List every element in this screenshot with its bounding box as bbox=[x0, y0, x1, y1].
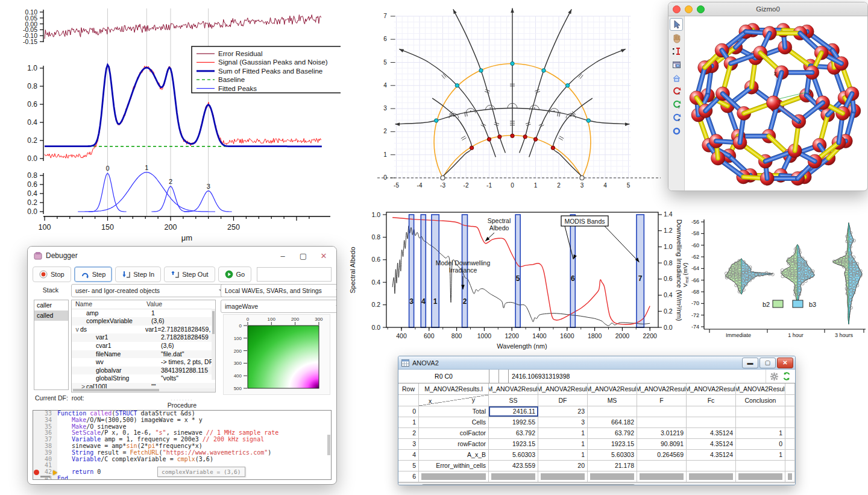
rotate-x-icon[interactable]: x bbox=[670, 86, 682, 97]
anova-cell[interactable]: 21.178 bbox=[588, 461, 637, 471]
go-button[interactable]: Go bbox=[218, 266, 252, 282]
variable-row-cvar1[interactable]: cvar1(3,6) bbox=[72, 342, 215, 350]
anova-cell[interactable]: 0 bbox=[398, 406, 419, 417]
stack-item-called[interactable]: called bbox=[34, 311, 68, 321]
anova-cell[interactable]: rowFactor bbox=[419, 439, 489, 449]
anova-cell[interactable] bbox=[687, 471, 736, 482]
anova-cell[interactable] bbox=[785, 428, 795, 438]
anova-cell[interactable] bbox=[637, 471, 687, 482]
anova-cell[interactable] bbox=[687, 461, 736, 471]
anova-cell[interactable]: M_ANOVA2Results.l bbox=[419, 383, 489, 394]
anova-cell[interactable] bbox=[785, 471, 795, 482]
anova-cell[interactable]: Fc bbox=[687, 395, 736, 406]
anova-cell[interactable] bbox=[785, 450, 795, 460]
formula-mini-cell[interactable] bbox=[489, 370, 499, 383]
anova-cell[interactable] bbox=[785, 395, 795, 406]
anova-cell[interactable] bbox=[637, 461, 687, 471]
anova-cell[interactable]: MS bbox=[588, 395, 637, 406]
code-hscrollbar[interactable] bbox=[40, 476, 50, 478]
anova-cell[interactable]: M_ANOVA2Result bbox=[538, 383, 588, 394]
anova-cell[interactable]: 3 bbox=[398, 439, 419, 449]
anova-cell[interactable] bbox=[785, 461, 795, 471]
anova-cell[interactable]: 423.559 bbox=[489, 461, 538, 471]
code-vscrollbar[interactable] bbox=[327, 435, 330, 455]
anova-cell[interactable]: 20 bbox=[538, 461, 588, 471]
anova-cell[interactable]: xy bbox=[419, 395, 489, 406]
step-button[interactable]: Step bbox=[74, 266, 113, 282]
anova-cell[interactable]: 1 bbox=[736, 428, 785, 438]
variable-row-globalString[interactable]: globalString"volts" bbox=[72, 374, 215, 383]
anova-cell[interactable]: Cells bbox=[419, 417, 489, 427]
anova-cell[interactable] bbox=[588, 471, 637, 482]
refresh-icon[interactable] bbox=[782, 372, 791, 380]
maximize-icon[interactable]: ▢ bbox=[760, 358, 776, 368]
anova-cell[interactable]: 5.60303 bbox=[588, 450, 637, 460]
anova-cell[interactable]: 6 bbox=[398, 471, 419, 482]
variable-row-var1[interactable]: var12.718281828459 bbox=[72, 333, 215, 342]
info-window-icon[interactable]: i bbox=[670, 59, 682, 71]
objects-dropdown[interactable]: user- and Igor-created objects bbox=[71, 284, 228, 297]
anova-cell[interactable] bbox=[588, 406, 637, 417]
anova-cell[interactable]: 0 bbox=[736, 439, 785, 449]
tree-vscrollbar[interactable] bbox=[212, 309, 215, 380]
anova-cell[interactable]: M_ANOVA2Result bbox=[588, 383, 637, 394]
stack-item-caller[interactable]: caller bbox=[34, 300, 68, 311]
anova-cell[interactable] bbox=[736, 461, 785, 471]
anova-cell[interactable]: 23 bbox=[538, 406, 588, 417]
anova-cell[interactable] bbox=[687, 406, 736, 417]
anova-cell[interactable] bbox=[785, 439, 795, 449]
anova-cell[interactable]: 2 bbox=[398, 428, 419, 438]
anova-cell[interactable]: F bbox=[637, 395, 687, 406]
close-icon[interactable]: ✕ bbox=[777, 358, 793, 368]
anova-cell[interactable]: 1992.55 bbox=[489, 417, 538, 427]
molecule-viewport[interactable]: zyx bbox=[685, 16, 867, 191]
gear-icon[interactable] bbox=[770, 373, 778, 380]
anova-cell[interactable]: 5 bbox=[398, 461, 419, 471]
anova-cell[interactable]: 63.792 bbox=[588, 428, 637, 438]
variable-row-wv[interactable]: wv-> times, 2 pts, DP bbox=[72, 358, 215, 367]
anova-cell[interactable]: A_x_B bbox=[419, 450, 489, 460]
anova-titlebar[interactable]: ANOVA2 ▬ ▢ ✕ bbox=[398, 356, 795, 370]
anova-cell[interactable]: 4.35124 bbox=[687, 439, 736, 449]
anova-cell[interactable] bbox=[637, 406, 687, 417]
ring-icon[interactable] bbox=[670, 125, 682, 137]
anova-cell[interactable]: M_ANOVA2Result bbox=[637, 383, 687, 394]
anova-cell[interactable] bbox=[687, 417, 736, 427]
anova-cell[interactable]: 90.8091 bbox=[637, 439, 687, 449]
anova-cell[interactable]: 5.60303 bbox=[489, 450, 538, 460]
text-tool-icon[interactable] bbox=[670, 46, 682, 57]
cursor-icon[interactable] bbox=[670, 18, 683, 31]
procedure-code[interactable]: 33Function called(STRUCT dataStruct &ds)… bbox=[33, 410, 332, 480]
anova-cell[interactable]: Conclusion bbox=[736, 395, 785, 406]
anova-cell[interactable] bbox=[785, 406, 795, 417]
anova-cell[interactable]: 1923.15 bbox=[588, 439, 637, 449]
anova-cell[interactable]: 3 bbox=[538, 417, 588, 427]
anova-cell[interactable]: 1 bbox=[538, 450, 588, 460]
wave-dropdown[interactable]: imageWave bbox=[221, 300, 337, 313]
rotate-y-icon[interactable]: y bbox=[670, 99, 682, 110]
anova-cell[interactable]: 1923.15 bbox=[489, 439, 538, 449]
anova-cell[interactable]: 1 bbox=[538, 439, 588, 449]
variable-row-fileName[interactable]: fileName"file.dat" bbox=[72, 350, 215, 359]
anova-cell[interactable]: 664.182 bbox=[588, 417, 637, 427]
anova-cell[interactable]: M_ANOVA2Result bbox=[489, 383, 538, 394]
anova-cell[interactable]: Error_within_cells bbox=[419, 461, 489, 471]
anova-cell[interactable]: 63.792 bbox=[489, 428, 538, 438]
stop-button[interactable]: Stop bbox=[33, 266, 71, 282]
variables-tree[interactable]: NameValueamp1complexVariable(3,6)vdsvar1… bbox=[71, 300, 216, 393]
anova-cell[interactable]: 4 bbox=[398, 450, 419, 460]
anova-cell[interactable] bbox=[736, 406, 785, 417]
formula-mini-cell[interactable] bbox=[499, 370, 509, 383]
tree-hscrollbar[interactable] bbox=[72, 388, 215, 392]
stack-list[interactable]: callercalled bbox=[34, 300, 69, 390]
anova-cell[interactable]: colFactor bbox=[419, 428, 489, 438]
hand-icon[interactable] bbox=[670, 33, 682, 44]
anova-cell[interactable]: 0.264569 bbox=[637, 450, 687, 460]
anova-cell[interactable] bbox=[736, 417, 785, 427]
anova-cell[interactable]: 1 bbox=[398, 417, 419, 427]
locals-dropdown[interactable]: Local WAVEs, SVARs, and Strings bbox=[221, 284, 337, 297]
anova-hscrollbar[interactable] bbox=[398, 482, 795, 485]
anova-cell[interactable]: 1 bbox=[538, 428, 588, 438]
anova-cell[interactable] bbox=[489, 471, 538, 482]
anova-cell[interactable] bbox=[785, 383, 795, 394]
